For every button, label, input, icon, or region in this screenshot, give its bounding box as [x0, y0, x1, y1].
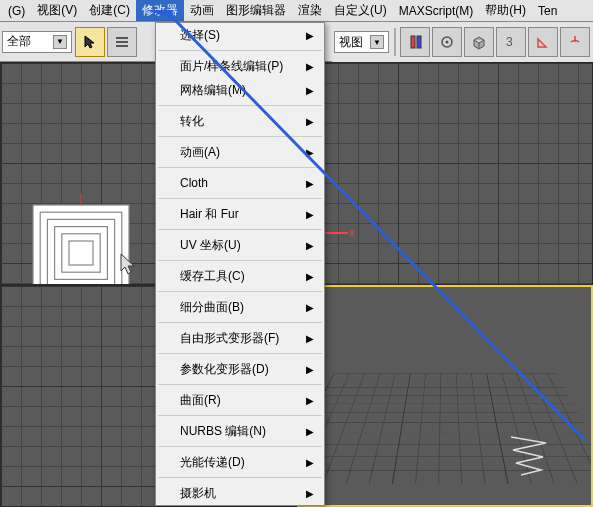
menu-view[interactable]: 视图(V) — [31, 0, 83, 21]
percent-snap-icon — [567, 34, 583, 50]
menu-graph-editors[interactable]: 图形编辑器 — [220, 0, 292, 21]
menu-item-label: 面片/样条线编辑(P) — [180, 58, 283, 75]
menu-g[interactable]: (G) — [2, 2, 31, 20]
viewport-top-right[interactable]: 前 z x — [297, 62, 594, 285]
menu-item-label: 网格编辑(M) — [180, 82, 246, 99]
submenu-arrow-icon: ▶ — [306, 30, 314, 41]
menu-item[interactable]: Cloth▶ — [156, 171, 324, 195]
menu-separator — [158, 477, 322, 478]
submenu-arrow-icon: ▶ — [306, 333, 314, 344]
submenu-arrow-icon: ▶ — [306, 426, 314, 437]
tool-btn-1[interactable] — [400, 27, 430, 57]
view-label: 视图 — [339, 34, 363, 51]
menu-item[interactable]: 面片/样条线编辑(P)▶ — [156, 54, 324, 78]
menu-item-label: 缓存工具(C) — [180, 268, 245, 285]
tool-btn-6[interactable] — [560, 27, 590, 57]
menu-item[interactable]: Hair 和 Fur▶ — [156, 202, 324, 226]
select-name-icon — [114, 34, 130, 50]
modifiers-submenu: 选择(S)▶面片/样条线编辑(P)▶网格编辑(M)▶转化▶动画(A)▶Cloth… — [155, 22, 325, 506]
menubar: (G) 视图(V) 创建(C) 修改器 动画 图形编辑器 渲染 自定义(U) M… — [0, 0, 593, 22]
menu-separator — [158, 291, 322, 292]
svg-rect-1 — [116, 41, 128, 43]
menu-item-label: 转化 — [180, 113, 204, 130]
menu-item-label: 曲面(R) — [180, 392, 221, 409]
menu-item[interactable]: 光能传递(D)▶ — [156, 450, 324, 474]
submenu-arrow-icon: ▶ — [306, 271, 314, 282]
selection-filter-label: 全部 — [7, 33, 31, 50]
menu-maxscript[interactable]: MAXScript(M) — [393, 2, 480, 20]
viewport-bottom-right[interactable]: 透视 — [297, 285, 594, 508]
selection-filter-dropdown[interactable]: 全部 ▼ — [2, 31, 72, 53]
menu-item-label: 参数化变形器(D) — [180, 361, 269, 378]
menu-item-label: 选择(S) — [180, 27, 220, 44]
menu-create[interactable]: 创建(C) — [83, 0, 136, 21]
menu-customize[interactable]: 自定义(U) — [328, 0, 393, 21]
svg-rect-4 — [417, 36, 421, 48]
menu-item-label: NURBS 编辑(N) — [180, 423, 266, 440]
tool-btn-2[interactable] — [432, 27, 462, 57]
menu-item[interactable]: 转化▶ — [156, 109, 324, 133]
menu-item[interactable]: 缓存工具(C)▶ — [156, 264, 324, 288]
menu-item-label: 自由形式变形器(F) — [180, 330, 279, 347]
submenu-arrow-icon: ▶ — [306, 178, 314, 189]
menu-modifiers[interactable]: 修改器 — [136, 0, 184, 21]
menu-item[interactable]: UV 坐标(U)▶ — [156, 233, 324, 257]
cube-icon — [471, 34, 487, 50]
menu-separator — [158, 229, 322, 230]
submenu-arrow-icon: ▶ — [306, 116, 314, 127]
cursor-indicator-icon — [111, 249, 141, 279]
menu-separator — [158, 446, 322, 447]
menu-item[interactable]: 自由形式变形器(F)▶ — [156, 326, 324, 350]
tool-btn-5[interactable] — [528, 27, 558, 57]
dropdown-arrow-icon: ▼ — [370, 35, 384, 49]
submenu-arrow-icon: ▶ — [306, 364, 314, 375]
menu-item[interactable]: 细分曲面(B)▶ — [156, 295, 324, 319]
menu-item[interactable]: 参数化变形器(D)▶ — [156, 357, 324, 381]
menu-item-label: Cloth — [180, 176, 208, 190]
menu-item-label: 细分曲面(B) — [180, 299, 244, 316]
submenu-arrow-icon: ▶ — [306, 457, 314, 468]
helix-object — [501, 425, 561, 485]
cursor-icon — [82, 34, 98, 50]
menu-separator — [158, 322, 322, 323]
select-tool-button[interactable] — [75, 27, 105, 57]
svg-rect-3 — [411, 36, 415, 48]
tool-btn-4[interactable]: 3 — [496, 27, 526, 57]
tool-icon — [407, 34, 423, 50]
svg-rect-2 — [116, 45, 128, 47]
svg-rect-0 — [116, 37, 128, 39]
menu-separator — [158, 353, 322, 354]
separator — [394, 28, 396, 56]
menu-item[interactable]: 摄影机▶ — [156, 481, 324, 505]
menu-ten[interactable]: Ten — [532, 2, 563, 20]
submenu-arrow-icon: ▶ — [306, 61, 314, 72]
submenu-arrow-icon: ▶ — [306, 147, 314, 158]
submenu-arrow-icon: ▶ — [306, 302, 314, 313]
menu-item-label: 动画(A) — [180, 144, 220, 161]
select-name-button[interactable] — [107, 27, 137, 57]
menu-item[interactable]: NURBS 编辑(N)▶ — [156, 419, 324, 443]
menu-separator — [158, 260, 322, 261]
menu-separator — [158, 415, 322, 416]
menu-item[interactable]: 选择(S)▶ — [156, 23, 324, 47]
menu-separator — [158, 136, 322, 137]
menu-rendering[interactable]: 渲染 — [292, 0, 328, 21]
view-dropdown[interactable]: 视图 ▼ — [334, 31, 389, 53]
svg-point-6 — [446, 41, 449, 44]
menu-separator — [158, 50, 322, 51]
toolbar-right: 视图 ▼ 3 — [332, 22, 593, 62]
axis-x-label: x — [350, 227, 355, 238]
menu-item[interactable]: 曲面(R)▶ — [156, 388, 324, 412]
menu-item-label: UV 坐标(U) — [180, 237, 241, 254]
menu-separator — [158, 384, 322, 385]
tool-btn-3[interactable] — [464, 27, 494, 57]
menu-item-label: 光能传递(D) — [180, 454, 245, 471]
dropdown-arrow-icon: ▼ — [53, 35, 67, 49]
menu-help[interactable]: 帮助(H) — [479, 0, 532, 21]
menu-item[interactable]: 动画(A)▶ — [156, 140, 324, 164]
submenu-arrow-icon: ▶ — [306, 85, 314, 96]
angle-snap-icon — [535, 34, 551, 50]
menu-item-label: 摄影机 — [180, 485, 216, 502]
menu-animation[interactable]: 动画 — [184, 0, 220, 21]
menu-item[interactable]: 网格编辑(M)▶ — [156, 78, 324, 102]
